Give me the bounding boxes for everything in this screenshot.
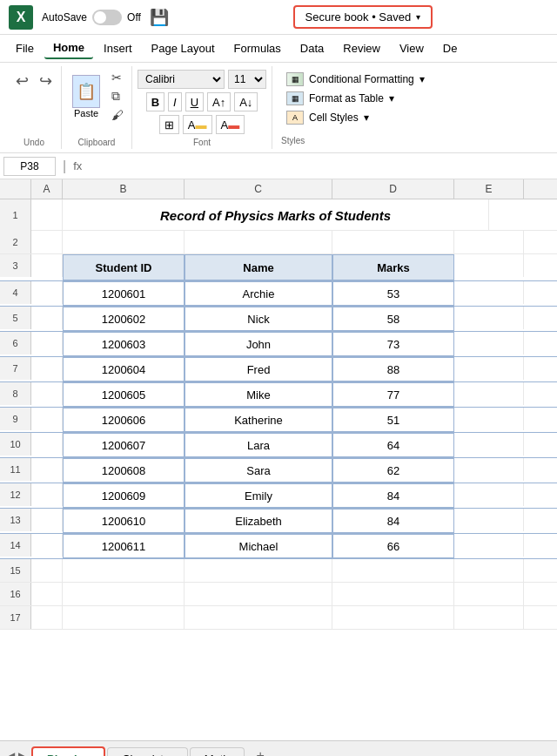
cell-a6[interactable] bbox=[31, 332, 63, 354]
cell-a14[interactable] bbox=[31, 534, 63, 557]
cell-c6[interactable]: John bbox=[185, 332, 332, 356]
cell-c14[interactable]: Michael bbox=[185, 534, 332, 558]
menu-file[interactable]: File bbox=[7, 38, 43, 58]
col-header-a[interactable]: A bbox=[31, 179, 63, 199]
cell-e5[interactable] bbox=[454, 307, 524, 329]
add-sheet-button[interactable]: + bbox=[250, 744, 272, 757]
cell-a16[interactable] bbox=[31, 583, 63, 605]
sheet-nav-right[interactable]: ▶ bbox=[18, 750, 26, 757]
cell-d7[interactable]: 88 bbox=[332, 357, 454, 381]
cell-c12[interactable]: Emily bbox=[185, 483, 332, 508]
cell-d5[interactable]: 58 bbox=[332, 307, 454, 331]
font-color-button[interactable]: A▬ bbox=[216, 115, 245, 134]
cell-d12[interactable]: 84 bbox=[332, 483, 454, 508]
cell-b15[interactable] bbox=[63, 559, 185, 582]
cell-b6[interactable]: 1200603 bbox=[63, 332, 185, 356]
cell-b12[interactable]: 1200609 bbox=[63, 483, 185, 508]
cell-c8[interactable]: Mike bbox=[185, 382, 332, 407]
file-title-box[interactable]: Secure book • Saved ▾ bbox=[293, 5, 433, 29]
cell-c13[interactable]: Elizabeth bbox=[185, 509, 332, 533]
cell-c17[interactable] bbox=[185, 606, 332, 629]
menu-view[interactable]: View bbox=[391, 38, 433, 58]
fill-color-button[interactable]: A▬ bbox=[183, 115, 212, 134]
border-button[interactable]: ⊞ bbox=[159, 115, 179, 134]
fx-button[interactable]: fx bbox=[73, 159, 82, 172]
sheet-nav-left[interactable]: ◀ bbox=[7, 750, 15, 757]
cell-e7[interactable] bbox=[454, 357, 524, 380]
sheet-tab-chemistry[interactable]: Chemistry bbox=[107, 747, 188, 756]
cell-a17[interactable] bbox=[31, 606, 63, 629]
cell-c16[interactable] bbox=[185, 583, 332, 605]
cut-button[interactable]: ✂ bbox=[109, 70, 126, 85]
copy-button[interactable]: ⧉ bbox=[109, 88, 126, 105]
cell-a10[interactable] bbox=[31, 433, 63, 456]
cell-b9[interactable]: 1200606 bbox=[63, 408, 185, 432]
col-header-c[interactable]: C bbox=[185, 179, 332, 199]
save-icon[interactable]: 💾 bbox=[150, 8, 169, 27]
autosave-toggle[interactable] bbox=[92, 10, 122, 25]
cell-styles-button[interactable]: A Cell Styles ▾ bbox=[281, 108, 374, 127]
cell-a8[interactable] bbox=[31, 382, 63, 405]
sheet-tab-math[interactable]: Math bbox=[190, 747, 245, 756]
cell-e16[interactable] bbox=[454, 583, 524, 605]
cell-d13[interactable]: 84 bbox=[332, 509, 454, 533]
cell-a4[interactable] bbox=[31, 281, 63, 304]
cell-d14[interactable]: 66 bbox=[332, 534, 454, 558]
sheet-tab-physics[interactable]: Physics bbox=[31, 746, 105, 756]
format-painter-button[interactable]: 🖌 bbox=[109, 107, 126, 123]
cell-e15[interactable] bbox=[454, 559, 524, 582]
file-title-dropdown[interactable]: ▾ bbox=[416, 12, 420, 22]
cell-d3-header[interactable]: Marks bbox=[332, 254, 454, 280]
cell-d16[interactable] bbox=[332, 583, 454, 605]
font-size-select[interactable]: 11 bbox=[228, 70, 266, 89]
bold-button[interactable]: B bbox=[146, 92, 164, 111]
cell-d9[interactable]: 51 bbox=[332, 408, 454, 432]
cell-e9[interactable] bbox=[454, 408, 524, 430]
menu-data[interactable]: Data bbox=[292, 38, 332, 58]
cell-c11[interactable]: Sara bbox=[185, 458, 332, 483]
cell-d4[interactable]: 53 bbox=[332, 281, 454, 306]
menu-formulas[interactable]: Formulas bbox=[225, 38, 290, 58]
cell-e11[interactable] bbox=[454, 458, 524, 481]
cell-b11[interactable]: 1200608 bbox=[63, 458, 185, 483]
col-header-b[interactable]: B bbox=[63, 179, 185, 199]
menu-insert[interactable]: Insert bbox=[95, 38, 141, 58]
cell-e14[interactable] bbox=[454, 534, 524, 557]
undo-button[interactable]: ↩ bbox=[12, 70, 32, 92]
decrease-font-button[interactable]: A↓ bbox=[234, 92, 258, 111]
cell-a1[interactable] bbox=[31, 199, 63, 231]
cell-b4[interactable]: 1200601 bbox=[63, 281, 185, 306]
formula-input[interactable] bbox=[85, 158, 554, 174]
cell-a13[interactable] bbox=[31, 509, 63, 531]
cell-e2[interactable] bbox=[454, 231, 524, 253]
cell-a7[interactable] bbox=[31, 357, 63, 380]
menu-review[interactable]: Review bbox=[334, 38, 389, 58]
cell-a5[interactable] bbox=[31, 307, 63, 329]
cell-c15[interactable] bbox=[185, 559, 332, 582]
format-as-table-button[interactable]: ▦ Format as Table ▾ bbox=[281, 89, 399, 108]
redo-button[interactable]: ↪ bbox=[36, 70, 56, 92]
cell-a3[interactable] bbox=[31, 254, 63, 277]
cell-b17[interactable] bbox=[63, 606, 185, 629]
cell-d17[interactable] bbox=[332, 606, 454, 629]
cell-e4[interactable] bbox=[454, 281, 524, 304]
cell-c10[interactable]: Lara bbox=[185, 433, 332, 457]
cell-a11[interactable] bbox=[31, 458, 63, 481]
cell-b14[interactable]: 1200611 bbox=[63, 534, 185, 558]
col-header-d[interactable]: D bbox=[332, 179, 454, 199]
underline-button[interactable]: U bbox=[185, 92, 204, 111]
cell-d8[interactable]: 77 bbox=[332, 382, 454, 407]
cell-e12[interactable] bbox=[454, 483, 524, 506]
cell-reference-input[interactable] bbox=[3, 157, 56, 176]
cell-b3-header[interactable]: Student ID bbox=[63, 254, 185, 280]
col-header-e[interactable]: E bbox=[454, 179, 524, 199]
cell-d15[interactable] bbox=[332, 559, 454, 582]
cell-a2[interactable] bbox=[31, 231, 63, 253]
cell-a12[interactable] bbox=[31, 483, 63, 506]
cell-e3[interactable] bbox=[454, 254, 524, 277]
menu-home[interactable]: Home bbox=[44, 37, 93, 59]
menu-page-layout[interactable]: Page Layout bbox=[143, 38, 224, 58]
italic-button[interactable]: I bbox=[168, 92, 182, 111]
cell-a9[interactable] bbox=[31, 408, 63, 430]
cell-e17[interactable] bbox=[454, 606, 524, 629]
